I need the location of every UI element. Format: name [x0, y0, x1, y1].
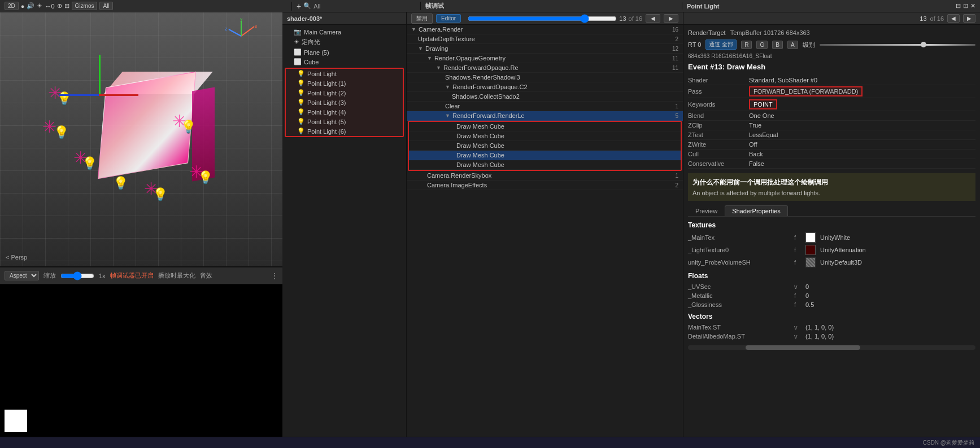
scene-icon-5: ⊕: [57, 2, 62, 10]
hierarchy-point-light-6[interactable]: 💡 Point Light (6): [286, 126, 403, 136]
shader-properties-content: Textures _MainTex f UnityWhite _LightTex…: [688, 221, 975, 341]
sp-uvsec-type: v: [794, 283, 801, 290]
channel-g-btn[interactable]: G: [756, 41, 768, 49]
hierarchy-dir-light[interactable]: ☀ 定向光: [282, 37, 406, 47]
fd-render-opaque-label: Render.OpaqueGeometry: [434, 55, 506, 62]
fd-camera-skybox[interactable]: Camera.RenderSkybox 1: [407, 171, 683, 181]
dir-light-label: 定向光: [302, 38, 320, 46]
pl-icon-1: 💡: [297, 80, 305, 87]
prop-blend-value: One One: [749, 112, 774, 119]
hierarchy-point-light-2[interactable]: 💡 Point Light (2): [286, 88, 403, 98]
sp-light-tex-swatch: [805, 245, 816, 255]
sp-maintex-st: MainTex.ST v (1, 1, 0, 0): [688, 323, 975, 332]
inspector-nav: 13 of 16 ◀ ▶: [688, 14, 975, 23]
fd-draw-mesh-4[interactable]: Draw Mesh Cube: [409, 151, 681, 160]
scene-icon-1: ●: [21, 3, 25, 10]
fd-draw-mesh-3[interactable]: Draw Mesh Cube: [409, 141, 681, 151]
fd-clear-label: Clear: [445, 103, 460, 109]
svg-line-0: [241, 27, 254, 36]
channel-all-btn[interactable]: 通道 全部: [705, 39, 737, 50]
fd-draw-mesh-2[interactable]: Draw Mesh Cube: [409, 131, 681, 141]
hierarchy-point-light[interactable]: 💡 Point Light: [286, 69, 403, 78]
insp-next-btn[interactable]: ▶: [963, 14, 975, 23]
fd-frame-slider[interactable]: [468, 14, 617, 23]
gizmos-btn[interactable]: Gizmos: [72, 2, 98, 10]
hierarchy-content[interactable]: 📷 Main Camera ☀ 定向光 ⬜ Plane (5) ⬜ Cube 💡…: [282, 25, 406, 437]
zoom-slider[interactable]: [60, 271, 94, 280]
fd-forward-opaque-re[interactable]: ▼ RenderForwardOpaque.Re 11: [407, 63, 683, 73]
sp-metallic-value: 0: [805, 292, 809, 299]
game-preview: [0, 284, 282, 437]
fd-clear-count: 1: [675, 103, 678, 109]
fd-update-depth-count: 2: [675, 36, 678, 42]
sp-light-tex-value: UnityAttenuation: [820, 247, 866, 253]
fd-expand-lc5: ▼: [445, 113, 450, 118]
hierarchy-point-light-1[interactable]: 💡 Point Light (1): [286, 78, 403, 88]
fd-render-forward-lc5[interactable]: ▼ RenderForward.RenderLc 5: [407, 111, 683, 121]
fd-editor-btn[interactable]: Editor: [436, 14, 461, 23]
prop-pass-value: FORWARD_DELTA (FORWARDADD): [749, 86, 863, 96]
main-camera-label: Main Camera: [304, 29, 341, 36]
rt-value: TempBuffer 101726 684x363: [730, 29, 810, 36]
channel-b-btn[interactable]: B: [772, 41, 783, 49]
fd-camera-image-effects[interactable]: Camera.ImageEffects 2: [407, 181, 683, 190]
window-close[interactable]: ⊟: [956, 2, 961, 10]
fd-update-depth[interactable]: UpdateDepthTexture 2: [407, 34, 683, 44]
hierarchy-plane[interactable]: ⬜ Plane (5): [282, 47, 406, 57]
prop-zwrite-label: ZWrite: [688, 141, 744, 148]
tab-shader-props[interactable]: ShaderProperties: [725, 205, 788, 216]
tab-preview[interactable]: Preview: [688, 205, 725, 216]
fd-disable-btn[interactable]: 禁用: [411, 14, 433, 24]
hierarchy-point-light-3[interactable]: 💡 Point Light (3): [286, 98, 403, 107]
fd-render-opaque[interactable]: ▼ Render.OpaqueGeometry 11: [407, 54, 683, 63]
add-icon[interactable]: +: [297, 2, 301, 11]
fd-forward-opaque-re-label: RenderForwardOpaque.Re: [443, 64, 519, 71]
h-scrollbar[interactable]: [688, 345, 975, 350]
fd-title: 帧调试: [425, 2, 444, 10]
hierarchy-cube[interactable]: ⬜ Cube: [282, 57, 406, 67]
window-max[interactable]: ⊡: [963, 2, 968, 10]
fd-camera-skybox-label: Camera.RenderSkybox: [427, 172, 491, 179]
hierarchy-main-camera[interactable]: 📷 Main Camera: [282, 27, 406, 37]
pl-label-0: Point Light: [307, 71, 337, 77]
more-options-icon[interactable]: ⋮: [271, 272, 278, 280]
rt-label: RenderTarget: [688, 29, 726, 36]
toolbar-2d[interactable]: 2D: [5, 2, 19, 10]
channel-a-btn[interactable]: A: [787, 41, 798, 49]
hierarchy-title: shader-003*: [287, 15, 322, 22]
hierarchy-header: shader-003*: [282, 12, 406, 25]
light-effect-1: ✳: [42, 117, 56, 137]
vectors-header: Vectors: [688, 313, 975, 320]
rt-0-label: RT 0: [688, 41, 701, 48]
prop-ztest: ZTest LessEqual: [688, 130, 975, 140]
light-effect-4: ✳: [172, 111, 186, 131]
fd-draw-mesh-5[interactable]: Draw Mesh Cube: [409, 160, 681, 170]
inspector-panel: 13 of 16 ◀ ▶ RenderTarget TempBuffer 101…: [683, 12, 980, 437]
fd-clear[interactable]: Clear 1: [407, 102, 683, 111]
svg-line-2: [229, 29, 241, 36]
sp-detail-albedo: DetailAlbedoMap.ST v (1, 1, 0, 0): [688, 332, 975, 341]
fd-prev-btn[interactable]: ◀: [646, 14, 660, 23]
fd-slider-container: 13 of 16: [468, 14, 642, 23]
window-x[interactable]: ✕: [970, 2, 975, 10]
level-slider-track: [820, 44, 975, 46]
aspect-select[interactable]: Aspect: [5, 271, 39, 280]
channel-r-btn[interactable]: R: [741, 41, 752, 49]
insp-prev-btn[interactable]: ◀: [947, 14, 960, 23]
fd-camera-render[interactable]: ▼ Camera.Render 16: [407, 25, 683, 34]
sp-detail-albedo-value: (1, 1, 0, 0): [805, 333, 834, 340]
fd-draw-mesh-1[interactable]: Draw Mesh Cube: [409, 122, 681, 131]
fd-shadows-render[interactable]: Shadows.RenderShadowl3: [407, 73, 683, 82]
prop-cull: Cull Back: [688, 150, 975, 159]
window-controls: ⊟ ⊡ ✕: [956, 2, 975, 10]
fd-forward-opaque-c2[interactable]: ▼ RenderForwardOpaque.C2: [407, 82, 683, 92]
hierarchy-point-light-4[interactable]: 💡 Point Light (4): [286, 107, 403, 117]
fd-drawing[interactable]: ▼ Drawing 12: [407, 44, 683, 54]
fd-of-label: of 16: [629, 15, 642, 22]
fd-next-btn[interactable]: ▶: [664, 14, 678, 23]
prop-shader: Shader Standard, SubShader #0: [688, 76, 975, 85]
all-btn[interactable]: All: [99, 2, 112, 10]
hierarchy-point-light-5[interactable]: 💡 Point Light (5): [286, 117, 403, 126]
fd-shadows-collect[interactable]: Shadows.CollectShado2: [407, 92, 683, 102]
fd-tree-content[interactable]: ▼ Camera.Render 16 UpdateDepthTexture 2 …: [407, 25, 683, 437]
